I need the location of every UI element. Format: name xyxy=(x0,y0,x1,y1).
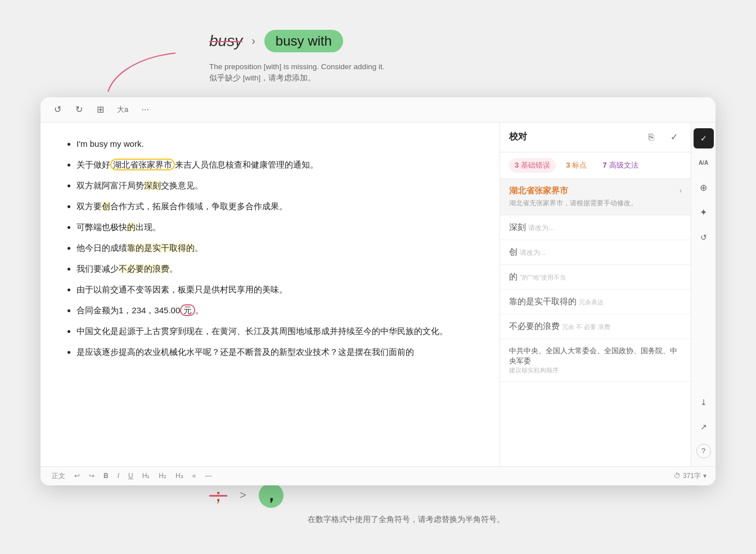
word-3: 创 xyxy=(509,247,518,256)
word-4: 的 xyxy=(509,272,518,281)
item11-text: 是应该逐步提高的农业机械化水平呢？还是不断普及的新型农业技术？这是摆在我们面前的 xyxy=(76,347,414,357)
busy-crossed-text: busy xyxy=(209,32,242,50)
item5-text: 可弊端也极快的出现。 xyxy=(76,222,161,232)
right-tool-export[interactable]: ↗ xyxy=(694,417,714,437)
underline-btn[interactable]: U xyxy=(126,471,136,481)
correction-item-3[interactable]: 创 请改为... xyxy=(500,240,691,265)
h2-btn[interactable]: H₂ xyxy=(156,471,169,481)
sidebar-icons: ⎘ ✓ xyxy=(644,129,682,145)
word-2: 深刻 xyxy=(509,222,526,232)
tab-advanced-grammar[interactable]: 7 高级文法 xyxy=(597,158,644,173)
tab-purple-label: 高级文法 xyxy=(609,160,638,170)
bold-btn[interactable]: B xyxy=(101,471,111,481)
list-item-2: 关于做好湖北省张家界市来吉人员信息核查和健康管理的通知。 xyxy=(76,157,477,172)
refresh-btn[interactable]: ↺ xyxy=(50,102,65,118)
editor-list: I'm busy my work. 关于做好湖北省张家界市来吉人员信息核查和健康… xyxy=(63,136,477,359)
item4-text: 双方要创合作方式，拓展合作领域，争取更多合作成果。 xyxy=(76,201,287,211)
grid-btn[interactable]: ⊞ xyxy=(92,102,108,118)
word-count: ⏱ 371字 ▾ xyxy=(674,471,706,481)
bottom-toolbar: 正文 ↩ ↪ B I U H₁ H₂ H₃ « — ⏱ 371字 ▾ xyxy=(40,466,716,485)
tab-punctuation[interactable]: 3 标点 xyxy=(560,158,592,173)
right-tool-star[interactable]: ✦ xyxy=(694,202,714,223)
correction-item-2[interactable]: 深刻 请改为... xyxy=(500,215,691,240)
item7-text: 我们要减少不必要的浪费。 xyxy=(76,264,178,273)
list-item-9: 合同金额为1，234，345.00元。 xyxy=(76,303,477,318)
right-tool-help[interactable]: ? xyxy=(696,444,711,458)
right-tool-history[interactable]: ↺ xyxy=(694,227,714,247)
font-size-btn[interactable]: 大a xyxy=(114,103,132,116)
h1-btn[interactable]: H₁ xyxy=(140,471,152,481)
list-item-1: I'm busy my work. xyxy=(76,136,477,151)
more-btn[interactable]: ··· xyxy=(137,102,153,118)
item2-post: 来吉人员信息核查和健康管理的通知。 xyxy=(175,160,318,169)
list-item-6: 他今日的成绩靠的是实干取得的。 xyxy=(76,240,477,255)
sidebar-header: 校对 ⎘ ✓ xyxy=(500,123,691,152)
tab-purple-count: 7 xyxy=(602,161,606,169)
h3-btn[interactable]: H₃ xyxy=(173,471,186,481)
list-item-8: 由于以前交通不变等因素，板栗只是供村民享用的美味。 xyxy=(76,282,477,297)
tab-orange-label: 标点 xyxy=(572,160,587,170)
tab-red-label: 基础错误 xyxy=(521,160,550,170)
redo-bottom-btn[interactable]: ↪ xyxy=(87,471,97,481)
item2-highlighted: 湖北省张家界市 xyxy=(110,159,175,170)
item3-text: 双方就阿富汗局势深刻交换意见。 xyxy=(76,181,203,190)
editor-toolbar: ↺ ↻ ⊞ 大a ··· xyxy=(40,97,716,123)
bottom-arrow: > xyxy=(240,489,246,502)
tab-basic-errors[interactable]: 3 基础错误 xyxy=(509,158,556,173)
item6-text: 他今日的成绩靠的是实干取得的。 xyxy=(76,243,203,253)
desc-en: The preposition [with] is missing. Consi… xyxy=(209,61,384,74)
list-item-11: 是应该逐步提高的农业机械化水平呢？还是不断普及的新型农业技术？这是摆在我们面前的 xyxy=(76,344,477,359)
item10-text: 中国文化是起源于上古贯穿到现在，在黄河、长江及其周围地域形成并持续至今的中华民族… xyxy=(76,326,448,336)
word-6-note: 冗余 不 必要 浪费 xyxy=(562,323,610,330)
paragraph-style-btn[interactable]: 正文 xyxy=(50,470,68,482)
word-5: 靠的是实干取得的 xyxy=(509,296,577,306)
error-tabs: 3 基础错误 3 标点 7 高级文法 xyxy=(500,152,691,179)
sidebar: 校对 ⎘ ✓ 3 基础错误 3 标点 7 xyxy=(500,123,691,466)
correction-title-1: 湖北省张家界市 › xyxy=(509,186,682,196)
top-annotation-desc: The preposition [with] is missing. Consi… xyxy=(209,61,384,84)
item9-post: 。 xyxy=(195,305,204,315)
undo-btn[interactable]: ↩ xyxy=(72,471,82,481)
outer-container: busy › busy with The preposition [with] … xyxy=(40,19,716,536)
list-item-7: 我们要减少不必要的浪费。 xyxy=(76,261,477,276)
app-window: ↺ ↻ ⊞ 大a ··· I'm busy my work. 关于做好湖北省张家… xyxy=(40,97,716,485)
correction-word-3: 创 请改为... xyxy=(509,247,682,258)
right-tool-location[interactable]: ⊕ xyxy=(694,178,714,198)
word-count-dropdown[interactable]: ▾ xyxy=(703,472,706,480)
italic-btn[interactable]: I xyxy=(115,471,122,481)
sidebar-check-btn[interactable]: ✓ xyxy=(666,129,682,145)
editor[interactable]: I'm busy my work. 关于做好湖北省张家界市来吉人员信息核查和健康… xyxy=(40,123,500,466)
correction-desc-1: 湖北省无张家界市，请根据需要手动修改。 xyxy=(509,199,682,208)
right-tool-download[interactable]: ⤓ xyxy=(694,392,714,412)
correction-word-5: 靠的是实干取得的 冗余表达 xyxy=(509,296,682,307)
quote-btn[interactable]: « xyxy=(190,471,199,481)
bottom-desc-text: 在数字格式中使用了全角符号，请考虑替换为半角符号。 xyxy=(308,515,505,524)
chevron-icon-1: › xyxy=(680,187,682,195)
word-2-note: 请改为... xyxy=(528,224,554,232)
correction-item-7[interactable]: 中共中央、全国人大常委会、全国政协、国务院、中央军委 建议核实机构顺序 xyxy=(500,339,691,382)
list-item-3: 双方就阿富汗局势深刻交换意见。 xyxy=(76,178,477,193)
sidebar-title: 校对 xyxy=(509,131,527,143)
correction-word-6: 不必要的浪费 冗余 不 必要 浪费 xyxy=(509,321,682,332)
correction-item-4[interactable]: 的 "的""地"使用不当 xyxy=(500,265,691,290)
item9-pre: 合同金额为1，234，345.00 xyxy=(76,305,180,315)
word-7-note: 建议核实机构顺序 xyxy=(509,366,682,375)
tab-red-count: 3 xyxy=(515,161,519,169)
word-count-value: 371字 xyxy=(683,471,701,481)
bottom-correction-annotation: ； > ， xyxy=(209,483,284,508)
word-6: 不必要的浪费 xyxy=(509,321,560,331)
correction-item-5[interactable]: 靠的是实干取得的 冗余表达 xyxy=(500,290,691,314)
correction-arrow: › xyxy=(251,34,255,47)
correction-item-1[interactable]: 湖北省张家界市 › 湖北省无张家界市，请根据需要手动修改。 xyxy=(500,179,691,215)
correction-word-4: 的 "的""地"使用不当 xyxy=(509,272,682,282)
right-tool-replace[interactable]: A/A xyxy=(694,153,714,173)
content-area: I'm busy my work. 关于做好湖北省张家界市来吉人员信息核查和健康… xyxy=(40,123,716,466)
sidebar-copy-btn[interactable]: ⎘ xyxy=(644,129,659,145)
right-tool-check[interactable]: ✓ xyxy=(694,128,714,148)
correction-item-6[interactable]: 不必要的浪费 冗余 不 必要 浪费 xyxy=(500,314,691,339)
word-7: 中共中央、全国人大常委会、全国政协、国务院、中央军委 xyxy=(509,346,677,365)
item9-circled: 元 xyxy=(180,304,195,316)
word-3-note: 请改为... xyxy=(520,249,546,256)
hr-btn[interactable]: — xyxy=(202,471,214,481)
redo-btn[interactable]: ↻ xyxy=(71,102,87,118)
